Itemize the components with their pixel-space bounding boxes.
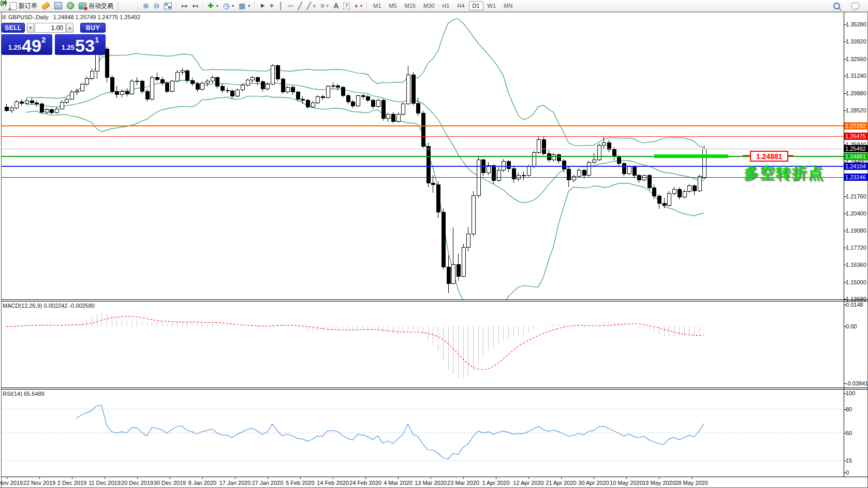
chart-shift-icon: ↤ <box>192 2 198 9</box>
zoom-in-button[interactable]: ⊕ <box>141 1 151 11</box>
price-axis-tick: 1.20400 <box>846 210 866 217</box>
price-axis-tick: 1.21760 <box>846 193 866 199</box>
periods-button[interactable]: ◷▾ <box>221 1 236 11</box>
price-axis-tick: 1.29880 <box>846 90 866 96</box>
price-marker-label: 1.26475 <box>844 133 868 140</box>
price-marker-label: 1.27292 <box>844 122 868 130</box>
toolbar-separator <box>202 2 203 10</box>
toolbar-grip[interactable] <box>117 2 120 10</box>
search-icon <box>833 3 840 9</box>
highlight-bar[interactable] <box>654 154 728 158</box>
volume-decrease-button[interactable]: ▾ <box>27 23 34 33</box>
cursor-button[interactable]: ➤ <box>257 1 267 11</box>
new-order-button[interactable]: + 新订单 <box>8 1 39 11</box>
macd-series <box>6 312 704 379</box>
profiles-button[interactable] <box>52 1 64 11</box>
date-axis-label: 14 Feb 2020 <box>317 480 349 486</box>
line-chart-button[interactable] <box>131 1 136 11</box>
tf-button-d1[interactable]: D1 <box>469 1 483 10</box>
zoom-out-button[interactable]: ⊖ <box>152 1 162 11</box>
text-icon: A <box>333 2 339 9</box>
chevron-down-icon: ▾ <box>360 4 362 8</box>
vertical-line-icon: │ <box>279 2 284 9</box>
date-axis-label: 20 Dec 2019 <box>121 480 153 486</box>
auto-trading-label: 自动交易 <box>89 2 113 10</box>
turning-point-annotation[interactable]: 多空转折点 <box>744 163 824 183</box>
horizontal-line-icon: ─ <box>288 2 293 9</box>
auto-scroll-button[interactable]: ↦ <box>179 1 189 11</box>
templates-button[interactable]: ▦▾ <box>237 1 252 11</box>
date-axis-label: 30 Apr 2020 <box>578 480 609 486</box>
tf-button-m15[interactable]: M15 <box>401 1 419 10</box>
one-click-trading-panel: SELL ▾ ▴ BUY 1.25 49 2 1.25 53 1 <box>2 23 106 55</box>
date-axis-label: 23 Mar 2020 <box>447 480 479 486</box>
crosshair-icon: + <box>269 2 274 9</box>
date-axis-label: 19 May 2020 <box>642 480 675 486</box>
signals-button[interactable] <box>65 1 76 11</box>
price-level-callout[interactable]: 1.24881 <box>750 151 788 162</box>
macd-indicator-label: MACD(12,26,9) 0.002242 -0.002580 <box>3 303 95 309</box>
symbol-period: GBPUSD-,Daily <box>8 14 49 20</box>
tf-button-m5[interactable]: M5 <box>385 1 400 10</box>
price-marker-label: 1.23246 <box>844 174 868 181</box>
text-button[interactable]: A <box>331 1 341 11</box>
date-axis-label: 5 Feb 2020 <box>286 480 315 486</box>
volume-increase-button[interactable]: ▴ <box>66 23 73 33</box>
clock-icon: ◷ <box>223 2 229 9</box>
chart-shift-button[interactable]: ↤ <box>190 1 200 11</box>
toolbar-separator <box>366 2 367 10</box>
price-marker-label: 1.24104 <box>844 163 868 170</box>
crosshair-button[interactable]: + <box>267 1 276 11</box>
fibonacci-button[interactable]: ≡F <box>318 1 331 11</box>
toolbar: + 新订单 自动交易 ⊕ ⊖ ↦ ↤ ✚▾ ◷▾ ▦▾ ➤ + │ ─ ╱ ╱E… <box>0 0 868 12</box>
date-axis-label: 22 Nov 2019 <box>23 480 55 486</box>
price-axis-tick: 1.33920 <box>846 38 866 45</box>
crayon-icon <box>41 2 50 10</box>
tf-button-mn[interactable]: MN <box>500 1 516 10</box>
date-axis-label: 2 Dec 2019 <box>57 480 86 486</box>
buy-button[interactable]: BUY <box>80 23 106 33</box>
indicators-button[interactable]: ✚▾ <box>205 1 220 11</box>
date-axis-label: 1 Apr 2020 <box>482 480 509 486</box>
tf-button-m30[interactable]: M30 <box>420 1 438 10</box>
date-axis-label: 21 Apr 2020 <box>546 480 576 486</box>
date-axis-label: 11 Dec 2019 <box>89 480 121 486</box>
profile-icon <box>54 2 62 9</box>
toolbar-separator <box>254 2 255 10</box>
tf-button-h1[interactable]: H1 <box>438 1 453 10</box>
macd-axis-tick: 0.00 <box>846 323 857 329</box>
text-label-button[interactable]: T <box>341 1 352 11</box>
sell-button[interactable]: SELL <box>2 23 25 33</box>
tf-button-m1[interactable]: M1 <box>370 1 385 10</box>
chevron-down-icon: ▾ <box>248 4 250 8</box>
tf-button-w1[interactable]: W1 <box>484 1 500 10</box>
price-axis-tick: 1.19080 <box>846 227 866 234</box>
horizontal-line-button[interactable]: ─ <box>286 1 295 11</box>
chart-canvas[interactable] <box>0 0 868 488</box>
bar-chart-button[interactable] <box>122 1 126 11</box>
volume-input[interactable] <box>35 23 66 33</box>
sell-price-button[interactable]: 1.25 49 2 <box>2 34 52 55</box>
rsi-axis-tick: 100 <box>846 390 855 396</box>
price-axis-tick: 1.32560 <box>846 56 866 62</box>
arrows-button[interactable]: ♦▾ <box>352 1 364 11</box>
text-label-icon: T <box>343 3 350 9</box>
zoom-out-icon: ⊖ <box>154 2 160 9</box>
macd-axis-tick: 0.0148 <box>846 302 863 308</box>
tile-windows-button[interactable] <box>162 1 174 11</box>
channel-button[interactable]: ╱E <box>305 1 318 11</box>
chart-icon <box>2 15 6 19</box>
search-button[interactable] <box>831 1 842 11</box>
buy-price-button[interactable]: 1.25 53 1 <box>55 34 106 55</box>
vertical-line-button[interactable]: │ <box>277 1 286 11</box>
tf-button-h4[interactable]: H4 <box>453 1 468 10</box>
price-axis-tick: 1.17720 <box>846 245 866 251</box>
candlestick-button[interactable] <box>127 1 131 11</box>
auto-trading-button[interactable]: 自动交易 <box>77 1 115 11</box>
chat-button[interactable] <box>849 1 861 11</box>
date-axis-label: 13 Mar 2020 <box>415 480 447 486</box>
styler-button[interactable] <box>40 1 52 11</box>
trendline-button[interactable]: ╱ <box>296 1 304 11</box>
date-axis-label: 17 Jan 2020 <box>219 480 251 486</box>
date-axis-label: 13 Nov 2019 <box>0 480 23 486</box>
